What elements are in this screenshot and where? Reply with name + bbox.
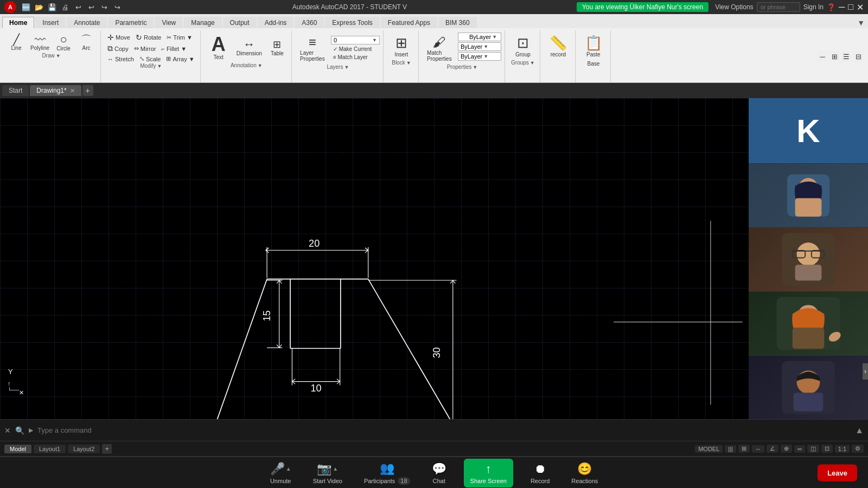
view-options-btn[interactable]: View Options	[715, 3, 753, 11]
paste-tool[interactable]: 📋 Paste	[580, 33, 607, 60]
annotation-label[interactable]: Annotation ▼	[231, 62, 263, 68]
command-expand-btn[interactable]: ▲	[855, 426, 864, 435]
tab-insert[interactable]: Insert	[35, 17, 66, 28]
tab-start[interactable]: Start	[2, 85, 29, 96]
tab-featured[interactable]: Featured Apps	[381, 17, 437, 28]
qat-new[interactable]: 🆕	[21, 2, 31, 12]
layout2-tab[interactable]: Layout2	[68, 445, 100, 453]
qat-print[interactable]: 🖨	[60, 2, 71, 12]
view-btn-4[interactable]: ⊟	[853, 51, 864, 62]
tab-manage[interactable]: Manage	[184, 17, 221, 28]
minimize-btn[interactable]: ─	[839, 2, 845, 12]
selection-toggle[interactable]: ⊡	[821, 445, 833, 453]
command-search-icon[interactable]: 🔍	[15, 426, 24, 435]
share-screen-btn[interactable]: ↑ Share Screen	[464, 459, 513, 487]
record-btn[interactable]: ⏺ Record	[526, 460, 554, 486]
qat-undo[interactable]: ↩	[73, 2, 84, 12]
array-tool[interactable]: ⊞Array ▼	[164, 55, 196, 63]
qat-redo2[interactable]: ↪	[112, 2, 123, 12]
measure-tool[interactable]: 📏 record	[545, 33, 572, 60]
cad-canvas[interactable]: 20 15 10	[0, 98, 749, 419]
view-btn-2[interactable]: ⊞	[829, 51, 840, 62]
lineweight-selector[interactable]: ByLayer ▼	[458, 52, 501, 61]
make-current-btn[interactable]: ✓ Make Current	[331, 46, 374, 53]
block-label[interactable]: Block ▼	[392, 60, 411, 66]
snap-toggle[interactable]: ⊞	[738, 445, 750, 453]
stretch-tool[interactable]: ↔Stretch	[105, 55, 136, 63]
chat-btn[interactable]: 💬 Chat	[427, 460, 451, 486]
dimension-tool[interactable]: ↔ Dimension	[233, 33, 265, 62]
linetype-selector[interactable]: ByLayer ▼	[458, 42, 501, 51]
participants-btn[interactable]: 👥 Participants 18	[360, 459, 414, 487]
tab-view[interactable]: View	[155, 17, 183, 28]
match-layer-btn[interactable]: ≡ Match Layer	[331, 54, 370, 61]
arc-tool[interactable]: ⌒ Arc	[75, 33, 97, 53]
circle-tool[interactable]: ○ Circle	[53, 33, 74, 53]
tab-a360[interactable]: A360	[295, 17, 324, 28]
unmute-btn[interactable]: 🎤 ▲ Unmute	[266, 460, 296, 486]
tab-parametric[interactable]: Parametric	[108, 17, 154, 28]
tab-drawing1-close[interactable]: ✕	[70, 87, 75, 94]
line-tool[interactable]: ╱ Line	[5, 33, 27, 53]
maximize-btn[interactable]: □	[848, 2, 853, 12]
lineweight-toggle[interactable]: ═	[794, 445, 805, 453]
layout1-tab[interactable]: Layout1	[34, 445, 66, 453]
annotation-scale[interactable]: 1:1	[835, 445, 850, 453]
tab-bim360[interactable]: BIM 360	[438, 17, 477, 28]
ortho-toggle[interactable]: ↔	[752, 445, 764, 453]
close-btn[interactable]: ✕	[857, 2, 864, 12]
qat-undo2[interactable]: ↩	[86, 2, 97, 12]
tab-output[interactable]: Output	[223, 17, 257, 28]
video-arrow[interactable]: ▲	[333, 466, 338, 472]
grid-toggle[interactable]: |||	[725, 445, 736, 453]
start-video-btn[interactable]: 📷 ▲ Start Video	[309, 460, 347, 486]
fillet-tool[interactable]: ⌐Fillet ▼	[159, 45, 189, 53]
command-input[interactable]	[37, 426, 851, 434]
layer-selector[interactable]: 0 ▼	[331, 36, 380, 44]
insert-tool[interactable]: ⊞ Insert	[388, 33, 415, 60]
qat-redo[interactable]: ↪	[99, 2, 110, 12]
workspace-toggle[interactable]: ⚙	[852, 445, 864, 453]
qat-save[interactable]: 💾	[47, 2, 58, 12]
ribbon-toggle[interactable]: ▼	[854, 17, 868, 28]
help-icon[interactable]: ❓	[827, 3, 835, 11]
sign-in-btn[interactable]: Sign In	[803, 3, 824, 11]
tab-drawing1[interactable]: Drawing1* ✕	[30, 85, 81, 96]
base-tool[interactable]: Base	[583, 60, 604, 68]
snap-tracking[interactable]: ⊕	[781, 445, 792, 453]
sidebar-collapse-btn[interactable]: ›	[863, 363, 868, 380]
tab-express[interactable]: Express Tools	[325, 17, 379, 28]
match-properties-tool[interactable]: 🖌 MatchProperties	[423, 33, 456, 64]
command-close-btn[interactable]: ✕	[4, 426, 11, 435]
autocad-logo[interactable]: A	[4, 1, 16, 13]
tab-addins[interactable]: Add-ins	[258, 17, 294, 28]
add-tab-btn[interactable]: +	[82, 85, 93, 96]
model-tab[interactable]: Model	[4, 445, 31, 453]
model-indicator[interactable]: MODEL	[695, 445, 723, 453]
table-tool[interactable]: ⊞ Table	[266, 33, 288, 62]
move-tool[interactable]: ✛Move	[105, 33, 132, 42]
view-btn-3[interactable]: ☰	[841, 51, 852, 62]
search-input[interactable]	[757, 2, 800, 12]
transparency-toggle[interactable]: ◫	[807, 445, 819, 453]
view-btn-1[interactable]: ─	[817, 51, 828, 62]
groups-label[interactable]: Groups ▼	[511, 60, 535, 66]
polyline-tool[interactable]: 〰 Polyline	[28, 33, 52, 53]
color-selector[interactable]: ByLayer ▼	[458, 33, 501, 41]
group-tool[interactable]: ⊡ Group	[509, 33, 537, 60]
leave-btn[interactable]: Leave	[818, 465, 857, 481]
unmute-arrow[interactable]: ▲	[286, 466, 291, 472]
qat-open[interactable]: 📂	[34, 2, 44, 12]
tab-home[interactable]: Home	[2, 17, 34, 28]
draw-label[interactable]: Draw ▼	[42, 53, 60, 59]
trim-tool[interactable]: ✂Trim ▼	[164, 34, 195, 42]
tab-annotate[interactable]: Annotate	[67, 17, 107, 28]
reactions-btn[interactable]: 😊 Reactions	[567, 460, 602, 486]
modify-label[interactable]: Modify ▼	[140, 63, 162, 69]
scale-tool[interactable]: ⤡Scale	[137, 55, 163, 63]
text-tool[interactable]: A Text	[205, 33, 232, 62]
copy-tool[interactable]: ⧉Copy	[105, 43, 131, 54]
properties-label[interactable]: Properties ▼	[447, 64, 478, 70]
layer-properties-tool[interactable]: ≡ LayerProperties	[296, 33, 329, 64]
mirror-tool[interactable]: ⇔Mirror	[132, 44, 158, 53]
